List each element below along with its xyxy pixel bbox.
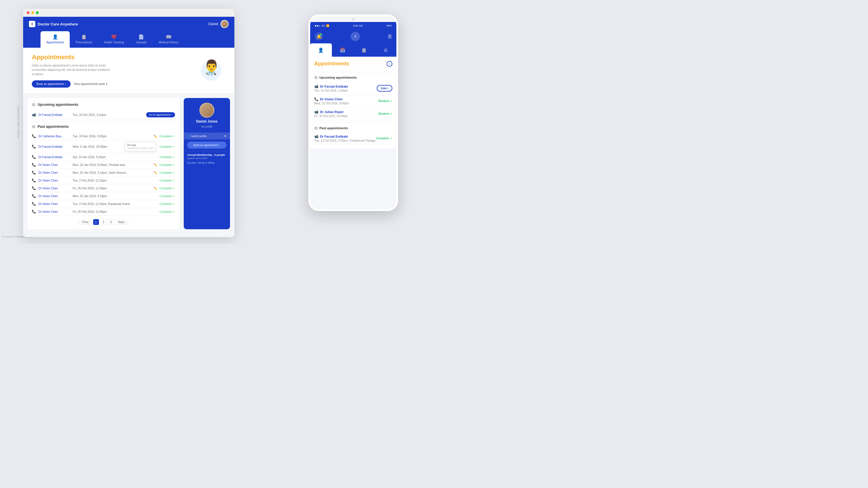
mobile-tab-appointments[interactable]: 👤	[310, 43, 332, 57]
close-button[interactable]	[27, 11, 30, 14]
edit-icon[interactable]: ✏️	[154, 187, 157, 190]
mobile-tab-grid[interactable]: ⊞	[375, 43, 397, 57]
pagination: ‹ Prev 1 2 3 Next ›	[32, 219, 175, 225]
past-appointment-row: 📞 Dr Farzad Entikabi Sat, 16 Jan 2016, 5…	[32, 153, 175, 161]
mobile-appointments-title: Appointments	[314, 61, 349, 67]
past-section-icon: ⊙	[32, 124, 35, 129]
mobile-content: Appointments i ⊙ Upcoming appointments 📹…	[310, 57, 396, 148]
profile-book-appointment-button[interactable]: Book an appointment ›	[187, 142, 226, 149]
mobile-upcoming-header: ⊙ Upcoming appointments	[314, 75, 392, 80]
mobile-upcoming-title: Upcoming appointments	[319, 76, 357, 79]
past-doctor-name[interactable]: Dr Vivien Chen	[38, 195, 70, 198]
profile-top: Daniel Jones My profile	[184, 98, 230, 133]
past-doctor-name[interactable]: Dr Catherine Bea...	[38, 135, 70, 138]
phone-icon-1: 📞	[314, 97, 318, 101]
membership-title: Annual Membership - 3 people	[187, 154, 226, 156]
mobile-tab-calendar[interactable]: 📅	[332, 43, 353, 57]
tab-medical-history[interactable]: 📖 Medical History	[153, 31, 184, 48]
prev-page-button[interactable]: ‹ Prev	[79, 220, 91, 225]
hero-title: Appointments	[32, 54, 197, 61]
mobile-tab-documents[interactable]: 📋	[353, 43, 375, 57]
mobile-doc-date-3: Fri, 15 Oct 2016, 10:40pm	[314, 115, 348, 118]
upcoming-section-title: Upcoming appointments	[38, 103, 79, 107]
notification-bell[interactable]: 🔔	[315, 32, 323, 40]
next-page-button[interactable]: Next ›	[116, 220, 128, 225]
past-doctor-name[interactable]: Dr Vivien Chen	[38, 179, 70, 182]
mobile-doc-name-1[interactable]: 📹 Dr Farzad Entikabi	[314, 85, 348, 89]
past-appointment-row: 📞 Dr Vivien Chen Fri, 25 Feb 2016, 11:40…	[32, 185, 175, 192]
upcoming-appointment-date: Tue, 24 Oct 2015, 3:10pm	[73, 113, 144, 117]
past-doctor-name[interactable]: Dr Farzad Entikabi	[38, 145, 70, 148]
past-doctor-name[interactable]: Dr Vivien Chen	[38, 202, 70, 205]
mobile-time: 9:00 AM	[353, 24, 363, 27]
tab-prescriptions[interactable]: 📋 Prescriptions	[70, 31, 98, 48]
page-1-button[interactable]: 1	[93, 219, 99, 225]
switch-profile-button[interactable]: 👤 Switch profile ▼	[184, 133, 230, 139]
profile-name: Daniel Jones	[196, 120, 218, 124]
call-type-icon: 📞	[32, 209, 36, 214]
tab-health-tracking[interactable]: ❤️ Health Tracking	[98, 31, 130, 48]
past-doctor-name[interactable]: Dr Farzad Entikabi	[38, 156, 70, 159]
camera-notch	[352, 18, 354, 20]
upcoming-doctor-name[interactable]: Dr Farzad Entikabi	[38, 113, 70, 117]
past-doctor-name[interactable]: Dr Vivien Chen	[38, 163, 70, 166]
info-icon[interactable]: i	[386, 61, 392, 67]
past-appointments-list: 📞 Dr Catherine Bea... Tue, 24 Dec 2016, …	[32, 132, 175, 216]
past-doctor-name[interactable]: Dr Vivien Chen	[38, 187, 70, 190]
mobile-doc-name-3[interactable]: 📹 Dr Julian Roper	[314, 110, 348, 114]
edit-icon[interactable]: ✏️	[154, 135, 157, 138]
call-type-icon: 📞	[32, 178, 36, 183]
page-3-button[interactable]: 3	[108, 219, 114, 225]
how-appointments-work-button[interactable]: How appointments work ℹ	[74, 83, 107, 86]
edit-icon[interactable]: ✏️	[154, 171, 157, 174]
mobile-upcoming-3: 📹 Dr Julian Roper Fri, 15 Oct 2016, 10:4…	[314, 107, 392, 120]
mobile-divider-1	[314, 72, 392, 72]
tab-uploads[interactable]: 📄 Uploads	[130, 31, 153, 48]
tab-uploads-label: Uploads	[136, 41, 147, 44]
mobile-divider-2	[314, 123, 392, 123]
mobile-doc-info-1: 📹 Dr Farzad Entikabi Tue, 12 Oct 2016, 3…	[314, 85, 348, 92]
mobile-logo: X	[351, 32, 360, 41]
mobile-past-header: ⊙ Past appointments	[314, 126, 392, 130]
book-appointment-button[interactable]: Book an appointment ›	[32, 80, 71, 88]
go-to-appointment-button[interactable]: Go to appointment ›	[146, 112, 175, 118]
tab-appointments[interactable]: 👤 Appointments	[40, 31, 70, 48]
signal-dot-2	[317, 25, 318, 27]
profile-label: My profile	[201, 125, 212, 128]
titlebar	[23, 9, 235, 17]
complete-status: Complete ✓	[159, 195, 175, 198]
past-appointment-date: Wed, 5 Jan 2016, 10:00am	[73, 145, 122, 148]
past-appointment-row: 📞 Dr Vivien Chen Mon, 18 Jan 2016, 8:00a…	[32, 161, 175, 169]
join-button[interactable]: Join ›	[377, 85, 392, 92]
past-appointment-date: Tue, 2 Feb 2016, 12:10pm, Equatorial Gui…	[73, 202, 157, 205]
past-doctor-name[interactable]: Dr Vivien Chen	[38, 210, 70, 214]
plan-link[interactable]: My plan, family & billing	[187, 161, 226, 164]
hero-text: Appointments Video or phone appointments…	[32, 54, 197, 88]
section-divider	[32, 122, 175, 122]
mobile-past-doc-info: 📹 Dr Farzad Entikabi Tue, 12 Oct 2015, 3…	[314, 134, 376, 142]
medical-history-icon: 📖	[166, 34, 172, 40]
past-appointment-row: 📞 Dr Farzad Entikabi Wed, 5 Jan 2016, 10…	[32, 140, 175, 153]
call-type-icon: 📞	[32, 134, 36, 138]
maximize-button[interactable]	[36, 11, 39, 14]
call-type-icon: 📞	[32, 170, 36, 174]
past-appointment-date: Tue, 24 Dec 2016, 3:00pm	[73, 135, 151, 138]
complete-status: Complete ✓	[159, 156, 175, 159]
mobile-doc-name-2[interactable]: 📞 Dr Vivien Chen	[314, 97, 349, 101]
header-user[interactable]: Daniel	[208, 20, 228, 28]
minimize-button[interactable]	[31, 11, 34, 14]
video-icon-2: 📹	[314, 110, 318, 114]
mobile-past-doc-name[interactable]: 📹 Dr Farzad Entikabi	[314, 134, 376, 138]
signal-bars	[315, 25, 320, 27]
mobile-appointments-header: Appointments i	[314, 57, 392, 70]
mobile-upcoming-row-2: 📞 Dr Vivien Chen Wed, 13 Oct 2016, 9:00p…	[314, 97, 392, 105]
past-doctor-name[interactable]: Dr Vivien Chen	[38, 171, 70, 174]
tab-health-tracking-label: Health Tracking	[104, 41, 124, 44]
avatar	[220, 20, 228, 28]
signal-dot-1	[315, 25, 316, 27]
notification-dot	[320, 33, 322, 35]
edit-icon[interactable]: ✏️	[154, 163, 157, 166]
hamburger-menu-icon[interactable]: ☰	[388, 34, 392, 39]
page-2-button[interactable]: 2	[101, 219, 106, 225]
video-icon-1: 📹	[314, 85, 318, 89]
